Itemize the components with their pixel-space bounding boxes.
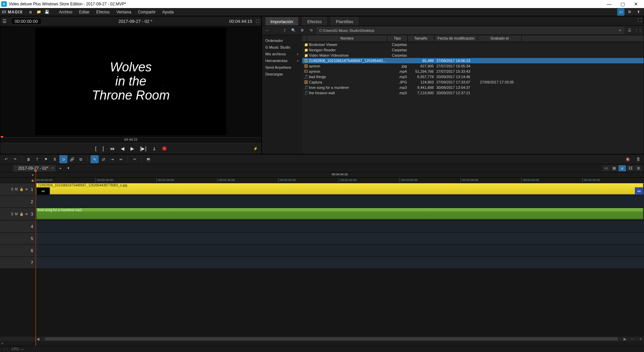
mixer-panel-icon[interactable]: 🎛 [634, 155, 642, 163]
undo-button[interactable]: ↶ [2, 155, 10, 163]
track-lane[interactable] [36, 245, 644, 256]
mark-out-button[interactable]: ] [103, 146, 104, 151]
mute-audio-icon[interactable]: 🔇 [624, 155, 632, 163]
refresh-icon[interactable]: ⟲ [308, 27, 314, 34]
window-minimize-button[interactable]: — [602, 0, 616, 8]
view-mode-3-button[interactable]: ≡ [619, 165, 626, 171]
view-mode-2-button[interactable]: ▦ [610, 165, 618, 171]
zoom-in-icon[interactable]: + [637, 337, 644, 341]
file-row[interactable]: 🎵the treason wall.mp37,118,60020/09/2017… [302, 90, 644, 96]
delete-button[interactable]: 🗑 [24, 155, 33, 163]
track-lock-icon[interactable]: 🔒 [19, 212, 23, 216]
menu-compartir[interactable]: Compartir [135, 10, 159, 14]
export-up-icon[interactable]: ⬆ [635, 8, 642, 16]
nav-item-0[interactable]: Ordenador [262, 37, 302, 44]
file-row[interactable]: 🎞ayreon.mp451,294,76627/07/2017 15:33:43 [302, 69, 644, 74]
track-fx-icon[interactable]: ≊ [25, 187, 28, 191]
project-tab-close-icon[interactable]: × [52, 166, 54, 170]
track-header[interactable]: SM🔒≊1 [0, 183, 36, 195]
add-project-tab-button[interactable]: + [57, 165, 64, 172]
menu-archivo[interactable]: Archivo [56, 10, 76, 14]
preview-viewport[interactable]: Wolves in the Throne Room [0, 26, 261, 137]
menu-ventana[interactable]: Ventana [113, 10, 135, 14]
redo-button[interactable]: ↷ [11, 155, 19, 163]
col-grabado[interactable]: Grabado el [478, 35, 522, 42]
track-lane[interactable]: 21992806_10210661875488587_1253954438776… [36, 183, 644, 195]
file-row[interactable]: 🖼Captura.JPG124,88327/09/2017 17:33:0727… [302, 79, 644, 85]
view-mode-4-button[interactable]: 🎞 [627, 165, 634, 171]
track-mute-button[interactable]: M [15, 212, 17, 216]
goto-end-button[interactable]: ⤓ [152, 146, 156, 151]
playhead[interactable] [36, 172, 36, 346]
status-menu-icon[interactable]: ⋮⋮ [3, 347, 9, 351]
file-row[interactable]: 🖼21992806_10210661875488587_125395443877… [302, 58, 644, 63]
track-header[interactable]: 5 [0, 233, 36, 244]
insert-clip-button[interactable]: ⬒ [144, 155, 152, 163]
snap-magnet-button[interactable]: ⊃ [59, 155, 67, 163]
track-lane[interactable] [36, 196, 644, 208]
tab-efectos[interactable]: Efectos [302, 17, 327, 25]
track-lane[interactable] [36, 233, 644, 244]
mixer-button[interactable]: 🎚 [51, 155, 59, 163]
file-row[interactable]: 🖼ayreon.jpg627,90527/07/2017 16:05:34 [302, 63, 644, 69]
track-header[interactable]: 2 [0, 196, 36, 208]
stretch-tool-button[interactable]: ⇔ [117, 155, 125, 163]
path-dropdown-icon[interactable]: ▾ [619, 28, 621, 33]
preview-menu-icon[interactable]: ☰ [2, 18, 8, 24]
new-file-icon[interactable]: 🗎 [28, 9, 34, 15]
prev-frame-button[interactable]: ◀ [121, 146, 124, 151]
record-button[interactable] [162, 146, 166, 151]
track-lane[interactable] [36, 221, 644, 232]
scroll-thumb[interactable] [45, 337, 618, 341]
ruler-left-icon-2[interactable]: ◆ [31, 178, 34, 182]
col-tamano[interactable]: Tamaño [408, 35, 434, 42]
file-row[interactable]: 📁Nextgen ReaderCarpetas [302, 47, 644, 53]
track-header[interactable]: 7 [0, 257, 36, 269]
scroll-right-icon[interactable]: ▶ [623, 337, 627, 341]
timeline-ruler-top[interactable]: 00:04:44:15 [36, 172, 644, 177]
media-maximize-icon[interactable]: ⛶ [638, 18, 642, 22]
track-header[interactable]: SM🔒≊3 [0, 208, 36, 220]
marker-flag-button[interactable]: ⚑ [42, 155, 50, 163]
ripple-tool-button[interactable]: ⇄ [99, 155, 107, 163]
track-lock-icon[interactable]: 🔒 [19, 187, 23, 191]
timeline-ruler-ticks[interactable]: :00:00:00:00:00:00:30:00:00:01:00:00:00:… [36, 178, 644, 183]
menu-editar[interactable]: Editar [76, 10, 93, 14]
settings-gear-icon[interactable]: ⚙ [626, 8, 633, 16]
goto-start-button[interactable]: ⏮ [110, 146, 115, 151]
title-tool-button[interactable]: T [33, 155, 41, 163]
play-range-button[interactable]: [▶] [140, 146, 147, 151]
window-close-button[interactable]: ✕ [629, 0, 643, 8]
pointer-tool-button[interactable]: ↖ [91, 155, 99, 163]
play-button[interactable]: ▶ [130, 146, 134, 151]
clip-image[interactable]: 21992806_10210661875488587_1253954438776… [36, 183, 643, 194]
nav-back-icon[interactable]: ← [264, 27, 271, 34]
view-mode-5-button[interactable]: ⊞ [635, 165, 642, 171]
store-icon[interactable]: 🏷 [617, 8, 625, 16]
cut-tool-button[interactable]: ✂ [130, 155, 139, 163]
track-lane[interactable]: love song for a murderer.mp3 [36, 208, 644, 220]
performance-icon[interactable]: ⚡ [253, 146, 258, 151]
track-solo-button[interactable]: S [11, 187, 13, 191]
group-button[interactable]: ⧉ [77, 155, 85, 163]
settings-icon[interactable]: ⚙ [299, 27, 306, 34]
preview-scrubber[interactable]: 04:44:15 [0, 137, 261, 143]
track-header[interactable]: 6 [0, 245, 36, 256]
file-row[interactable]: 🎵love song for a murderer.mp39,441,68830… [302, 85, 644, 90]
menu-ayuda[interactable]: Ayuda [159, 10, 177, 14]
nav-item-3[interactable]: Herramientas▸ [262, 57, 302, 64]
file-row[interactable]: 📁Video Maker VideoshowCarpetas [302, 53, 644, 58]
zoom-out-icon[interactable]: − [627, 337, 637, 341]
tab-importacion[interactable]: Importación [265, 17, 298, 25]
timeline-h-scrollbar[interactable]: ◀ ▶ − + [0, 337, 644, 341]
track-solo-button[interactable]: S [11, 212, 13, 216]
path-field[interactable]: C:\Users\G Music Studio\Desktop ▾ [316, 27, 624, 34]
view-list-icon[interactable]: ☰ [626, 27, 633, 34]
tab-plantillas[interactable]: Plantillas [331, 17, 358, 25]
window-maximize-button[interactable]: ▢ [616, 0, 629, 8]
scrub-playhead-marker[interactable] [0, 136, 4, 138]
nav-forward-icon[interactable]: → [273, 27, 279, 34]
open-folder-icon[interactable]: 📁 [36, 9, 42, 15]
ruler-left-icon-1[interactable]: ▾ [32, 173, 34, 177]
nav-item-4[interactable]: Send Anywhere [262, 64, 302, 71]
